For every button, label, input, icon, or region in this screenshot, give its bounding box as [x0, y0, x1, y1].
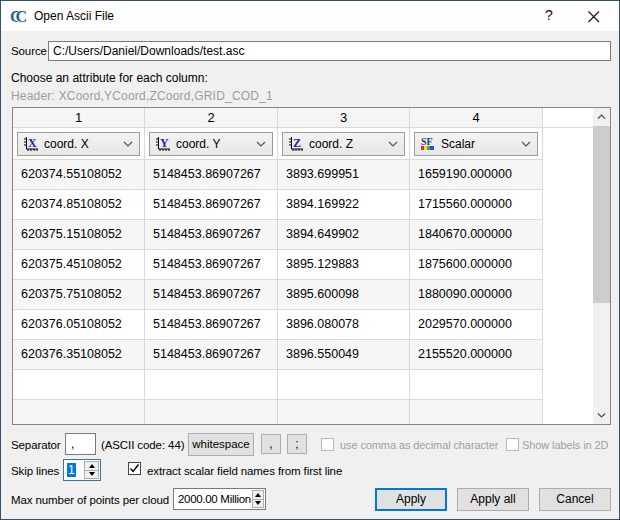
spin-down-button[interactable]	[253, 500, 263, 508]
table-cell-empty	[410, 400, 543, 424]
extract-scalar-checkbox[interactable]	[128, 462, 141, 475]
max-points-label: Max number of points per cloud	[11, 493, 169, 508]
preview-table: 1 2 3 4 X coord. X	[12, 107, 611, 425]
table-cell[interactable]: 5148453.86907267	[145, 160, 278, 190]
column-header-filler	[543, 108, 593, 128]
close-button[interactable]	[583, 5, 605, 27]
source-label: Source	[11, 44, 47, 59]
table-cell[interactable]: 620374.55108052	[13, 160, 145, 190]
table-cell[interactable]: 3893.699951	[278, 160, 410, 190]
column-header-1[interactable]: 1	[13, 108, 145, 128]
semicolon-separator-button[interactable]: ;	[287, 434, 307, 454]
attribute-selector-y[interactable]: Y coord. Y	[149, 132, 273, 156]
comma-separator-button[interactable]: ,	[261, 434, 281, 454]
table-cell[interactable]: 3894.169922	[278, 190, 410, 220]
table-cell[interactable]: 1840670.000000	[410, 220, 543, 250]
attribute-cell-4: SF Scalar	[410, 128, 543, 160]
table-cell[interactable]: 5148453.86907267	[145, 190, 278, 220]
separator-input[interactable]: ,	[65, 433, 96, 455]
chevron-down-icon	[123, 141, 133, 147]
table-cell[interactable]: 620376.35108052	[13, 340, 145, 370]
extract-scalar-label: extract scalar field names from first li…	[147, 464, 342, 479]
svg-text:SF: SF	[421, 136, 433, 147]
svg-text:X: X	[28, 136, 37, 150]
help-button[interactable]: ?	[539, 7, 559, 25]
choose-attribute-label: Choose an attribute for each column:	[11, 71, 208, 86]
vertical-scrollbar[interactable]	[593, 108, 610, 424]
cancel-button[interactable]: Cancel	[539, 488, 611, 511]
ascii-code-label: (ASCII code: 44)	[101, 438, 184, 453]
table-cell[interactable]: 1659190.000000	[410, 160, 543, 190]
table-cell[interactable]: 620375.45108052	[13, 250, 145, 280]
table-cell[interactable]: 5148453.86907267	[145, 340, 278, 370]
table-cell[interactable]: 620375.75108052	[13, 280, 145, 310]
table-cell-empty	[410, 370, 543, 400]
table-cell[interactable]: 5148453.86907267	[145, 310, 278, 340]
separator-label: Separator	[11, 438, 61, 453]
header-info-label: Header: XCoord,YCoord,ZCoord,GRID_COD_1	[11, 89, 273, 104]
table-cell[interactable]: 5148453.86907267	[145, 280, 278, 310]
table-cell[interactable]: 1715560.000000	[410, 190, 543, 220]
scrollbar-thumb[interactable]	[593, 126, 610, 303]
coord-z-icon: Z	[288, 136, 304, 152]
table-cell[interactable]: 620376.05108052	[13, 310, 145, 340]
skip-lines-value: 1	[67, 463, 76, 477]
svg-text:C: C	[16, 8, 28, 25]
max-points-spinbox[interactable]: 2000.00 Million	[173, 488, 266, 510]
spin-up-button[interactable]	[253, 491, 263, 500]
table-cell[interactable]: 2155520.000000	[410, 340, 543, 370]
source-path-input[interactable]: C:/Users/Daniel/Downloads/test.asc	[48, 41, 611, 61]
table-cell[interactable]: 1875600.000000	[410, 250, 543, 280]
attribute-selector-z[interactable]: Z coord. Z	[282, 132, 405, 156]
attribute-cell-1: X coord. X	[13, 128, 145, 160]
attribute-cell-3: Z coord. Z	[278, 128, 410, 160]
table-cell[interactable]: 3895.600098	[278, 280, 410, 310]
table-cell[interactable]: 3895.129883	[278, 250, 410, 280]
use-comma-label: use comma as decimal character	[340, 438, 498, 453]
table-cell[interactable]: 620375.15108052	[13, 220, 145, 250]
svg-text:Z: Z	[293, 136, 301, 150]
whitespace-button[interactable]: whitespace	[188, 433, 254, 456]
chevron-down-icon	[388, 141, 398, 147]
apply-button[interactable]: Apply	[375, 488, 447, 511]
spin-down-button[interactable]	[85, 471, 98, 479]
show-labels-2d-label: Show labels in 2D	[522, 438, 608, 453]
column-header-3[interactable]: 3	[278, 108, 410, 128]
table-cell[interactable]: 5148453.86907267	[145, 250, 278, 280]
scroll-down-button[interactable]	[593, 407, 610, 424]
table-cell[interactable]: 1880090.000000	[410, 280, 543, 310]
table-cell[interactable]: 3896.080078	[278, 310, 410, 340]
svg-text:Y: Y	[160, 136, 169, 150]
table-cell[interactable]: 5148453.86907267	[145, 220, 278, 250]
table-cell[interactable]: 3896.550049	[278, 340, 410, 370]
chevron-down-icon	[256, 141, 266, 147]
chevron-down-icon	[521, 141, 531, 147]
table-cell-empty	[145, 400, 278, 424]
cloudcompare-logo-icon: C C	[10, 8, 32, 25]
column-header-2[interactable]: 2	[145, 108, 278, 128]
apply-all-button[interactable]: Apply all	[457, 488, 529, 511]
table-cell-empty	[145, 370, 278, 400]
scalar-field-icon: SF	[420, 136, 436, 152]
window-title: Open Ascii File	[34, 9, 114, 23]
table-cell[interactable]: 2029570.000000	[410, 310, 543, 340]
skip-lines-spinbox[interactable]: 1	[63, 459, 101, 481]
attribute-selector-scalar[interactable]: SF Scalar	[414, 132, 538, 156]
spin-up-button[interactable]	[85, 462, 98, 471]
skip-lines-label: Skip lines	[11, 464, 59, 479]
coord-y-icon: Y	[155, 136, 171, 152]
open-ascii-file-dialog: C C Open Ascii File ? Source C:/Users/Da…	[0, 0, 620, 520]
table-cell-empty	[278, 400, 410, 424]
table-cell[interactable]: 620374.85108052	[13, 190, 145, 220]
scroll-up-button[interactable]	[593, 108, 610, 125]
show-labels-2d-checkbox[interactable]	[506, 438, 519, 451]
column-header-4[interactable]: 4	[410, 108, 543, 128]
max-points-value: 2000.00 Million	[174, 489, 251, 509]
coord-x-icon: X	[23, 136, 39, 152]
use-comma-checkbox[interactable]	[321, 438, 334, 451]
table-cell[interactable]: 3894.649902	[278, 220, 410, 250]
attribute-cell-2: Y coord. Y	[145, 128, 278, 160]
table-cell-empty	[278, 370, 410, 400]
table-cell-empty	[13, 400, 145, 424]
attribute-selector-x[interactable]: X coord. X	[17, 132, 140, 156]
